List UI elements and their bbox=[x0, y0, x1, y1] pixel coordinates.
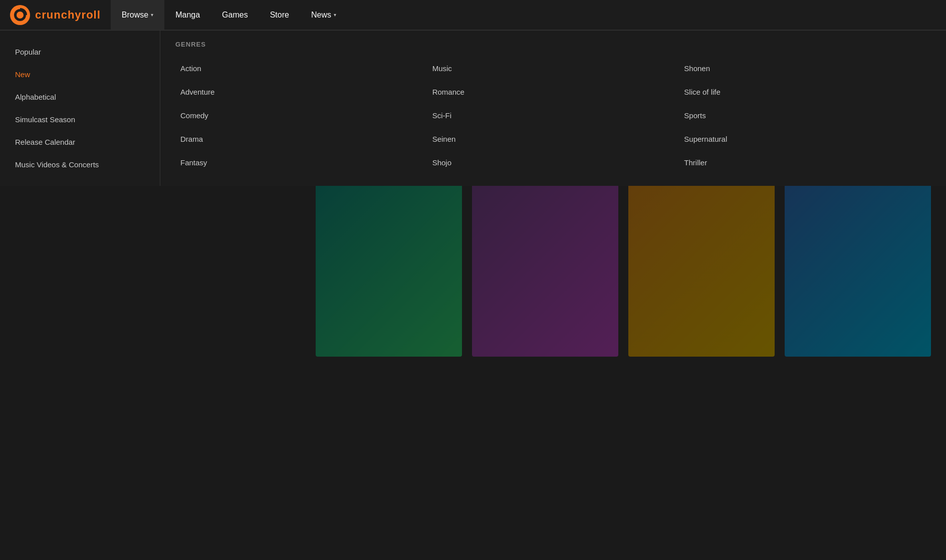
nav-store-label: Store bbox=[270, 11, 289, 20]
genre-supernatural[interactable]: Supernatural bbox=[679, 129, 931, 149]
nav-items: Browse ▾ Manga Games Store News ▾ bbox=[111, 0, 347, 30]
nav-games-label: Games bbox=[222, 11, 248, 20]
genre-comedy[interactable]: Comedy bbox=[175, 105, 427, 126]
chevron-down-icon: ▾ bbox=[334, 12, 336, 18]
genre-romance[interactable]: Romance bbox=[427, 82, 679, 102]
anime-card-7[interactable] bbox=[628, 161, 775, 356]
genre-action[interactable]: Action bbox=[175, 58, 427, 79]
nav-store[interactable]: Store bbox=[259, 0, 300, 30]
genre-slice-of-life[interactable]: Slice of life bbox=[679, 82, 931, 102]
genre-sci-fi[interactable]: Sci-Fi bbox=[427, 105, 679, 126]
nav-news-label: News bbox=[311, 11, 331, 20]
genre-fantasy[interactable]: Fantasy bbox=[175, 152, 427, 173]
genre-seinen[interactable]: Seinen bbox=[427, 129, 679, 149]
nav-manga-label: Manga bbox=[175, 11, 200, 20]
browse-dropdown: Popular New Alphabetical Simulcast Seaso… bbox=[0, 30, 946, 186]
genres-grid: Action Music Shonen Adventure Romance Sl… bbox=[175, 58, 931, 173]
anime-grid-row2 bbox=[316, 161, 931, 356]
anime-thumbnail-5 bbox=[316, 161, 462, 356]
menu-item-simulcast[interactable]: Simulcast Season bbox=[0, 108, 160, 131]
genre-adventure[interactable]: Adventure bbox=[175, 82, 427, 102]
menu-item-release-calendar[interactable]: Release Calendar bbox=[0, 131, 160, 153]
crunchyroll-logo-icon bbox=[10, 5, 30, 25]
chevron-down-icon: ▾ bbox=[151, 12, 153, 18]
nav-browse[interactable]: Browse ▾ bbox=[111, 0, 164, 30]
menu-item-music-videos[interactable]: Music Videos & Concerts bbox=[0, 153, 160, 176]
svg-point-2 bbox=[17, 12, 24, 19]
nav-news[interactable]: News ▾ bbox=[300, 0, 347, 30]
anime-card-8[interactable] bbox=[785, 161, 931, 356]
brand-name: crunchyroll bbox=[35, 9, 101, 22]
dropdown-left-panel: Popular New Alphabetical Simulcast Seaso… bbox=[0, 31, 160, 186]
menu-item-popular[interactable]: Popular bbox=[0, 41, 160, 63]
genre-sports[interactable]: Sports bbox=[679, 105, 931, 126]
anime-thumbnail-6 bbox=[472, 161, 618, 356]
logo[interactable]: crunchyroll bbox=[10, 5, 101, 25]
genre-music[interactable]: Music bbox=[427, 58, 679, 79]
genre-drama[interactable]: Drama bbox=[175, 129, 427, 149]
menu-item-new[interactable]: New bbox=[0, 63, 160, 86]
anime-card-5[interactable] bbox=[316, 161, 462, 356]
dropdown-genres-panel: GENRES Action Music Shonen Adventure Rom… bbox=[160, 31, 946, 186]
genre-thriller[interactable]: Thriller bbox=[679, 152, 931, 173]
navbar: crunchyroll Browse ▾ Manga Games Store N… bbox=[0, 0, 946, 30]
nav-games[interactable]: Games bbox=[211, 0, 259, 30]
genre-shonen[interactable]: Shonen bbox=[679, 58, 931, 79]
genre-shojo[interactable]: Shojo bbox=[427, 152, 679, 173]
genres-heading: GENRES bbox=[175, 41, 931, 48]
anime-thumbnail-7 bbox=[628, 161, 775, 356]
anime-card-6[interactable] bbox=[472, 161, 618, 356]
nav-manga[interactable]: Manga bbox=[164, 0, 211, 30]
menu-item-alphabetical[interactable]: Alphabetical bbox=[0, 86, 160, 108]
nav-browse-label: Browse bbox=[122, 11, 148, 20]
anime-thumbnail-8 bbox=[785, 161, 931, 356]
